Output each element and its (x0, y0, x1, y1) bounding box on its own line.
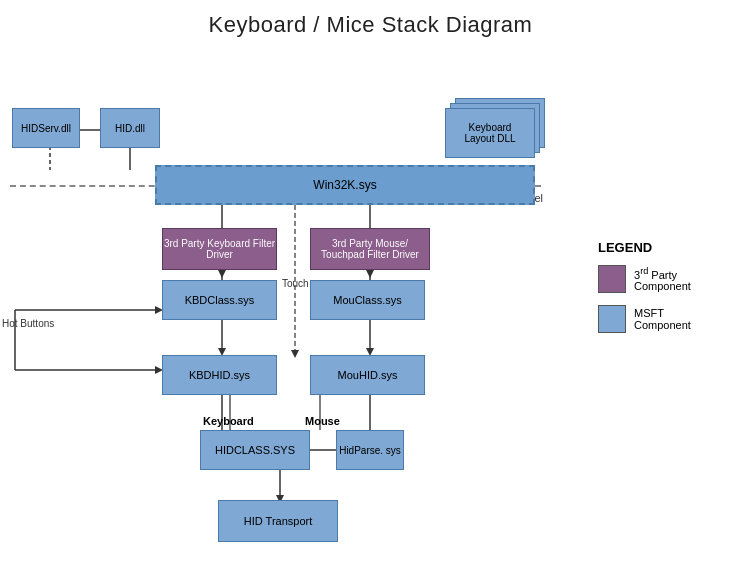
legend-third-party: 3rd PartyComponent (598, 265, 728, 293)
svg-marker-30 (291, 350, 299, 358)
kbdhid-box: KBDHID.sys (162, 355, 277, 395)
hiddll-box: HID.dll (100, 108, 160, 148)
hidserv-box: HIDServ.dll (12, 108, 80, 148)
svg-marker-6 (218, 270, 226, 278)
legend-title: LEGEND (598, 240, 728, 255)
touch-label: Touch (282, 278, 309, 289)
kbd-filter-box: 3rd Party Keyboard Filter Driver (162, 228, 277, 270)
mouse-label: Mouse (305, 415, 340, 427)
legend-third-party-label: 3rd PartyComponent (634, 266, 691, 293)
page-title: Keyboard / Mice Stack Diagram (0, 0, 741, 38)
hid-transport-box: HID Transport (218, 500, 338, 542)
diagram-container: Keyboard / Mice Stack Diagram (0, 0, 741, 561)
legend-msft: MSFTComponent (598, 305, 728, 333)
win32k-box: Win32K.sys (155, 165, 535, 205)
hidparse-box: HidParse. sys (336, 430, 404, 470)
keyboard-layout-dll-box: KeyboardLayout DLL (445, 108, 535, 158)
hidclass-box: HIDCLASS.SYS (200, 430, 310, 470)
legend-third-party-box (598, 265, 626, 293)
kbdclass-box: KBDClass.sys (162, 280, 277, 320)
legend-msft-box (598, 305, 626, 333)
mouclass-box: MouClass.sys (310, 280, 425, 320)
svg-marker-8 (366, 270, 374, 278)
keyboard-label: Keyboard (203, 415, 254, 427)
mouhid-box: MouHID.sys (310, 355, 425, 395)
mou-filter-box: 3rd Party Mouse/ Touchpad Filter Driver (310, 228, 430, 270)
hot-buttons-label: Hot Buttons (2, 318, 54, 329)
legend-msft-label: MSFTComponent (634, 307, 691, 331)
legend: LEGEND 3rd PartyComponent MSFTComponent (598, 240, 728, 345)
